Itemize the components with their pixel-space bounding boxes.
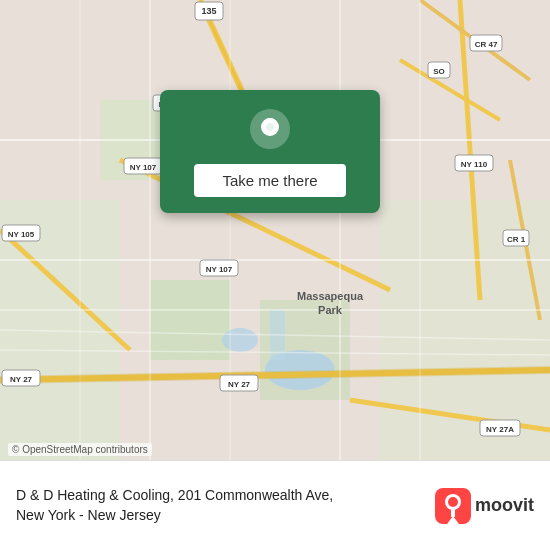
svg-text:Park: Park	[318, 304, 343, 316]
address-line1: D & D Heating & Cooling, 201 Commonwealt…	[16, 487, 333, 503]
svg-text:NY 105: NY 105	[8, 230, 35, 239]
location-pin-icon	[249, 108, 291, 150]
svg-rect-63	[451, 507, 455, 517]
address-line2: New York - New Jersey	[16, 507, 161, 523]
svg-text:135: 135	[201, 6, 216, 16]
svg-text:Massapequa: Massapequa	[297, 290, 364, 302]
svg-text:SO: SO	[433, 67, 445, 76]
svg-text:NY 27: NY 27	[228, 380, 251, 389]
osm-attribution: © OpenStreetMap contributors	[8, 443, 152, 456]
info-bar: D & D Heating & Cooling, 201 Commonwealt…	[0, 460, 550, 550]
info-text: D & D Heating & Cooling, 201 Commonwealt…	[16, 486, 423, 525]
moovit-app-icon	[435, 488, 471, 524]
location-card: Take me there	[160, 90, 380, 213]
svg-text:NY 27: NY 27	[10, 375, 33, 384]
business-address: D & D Heating & Cooling, 201 Commonwealt…	[16, 486, 423, 525]
take-me-there-button[interactable]: Take me there	[194, 164, 345, 197]
svg-text:NY 107: NY 107	[130, 163, 157, 172]
svg-text:CR 1: CR 1	[507, 235, 526, 244]
svg-point-7	[222, 328, 258, 352]
svg-text:NY 107: NY 107	[206, 265, 233, 274]
svg-text:NY 110: NY 110	[461, 160, 488, 169]
svg-rect-3	[150, 280, 230, 360]
svg-point-62	[448, 497, 458, 507]
svg-text:NY 27A: NY 27A	[486, 425, 514, 434]
moovit-logo: moovit	[435, 488, 534, 524]
map-container: 135 NY 135 NY 107 NY 107 NY 105 NY 110 C…	[0, 0, 550, 460]
moovit-label: moovit	[475, 495, 534, 516]
svg-text:CR 47: CR 47	[475, 40, 498, 49]
